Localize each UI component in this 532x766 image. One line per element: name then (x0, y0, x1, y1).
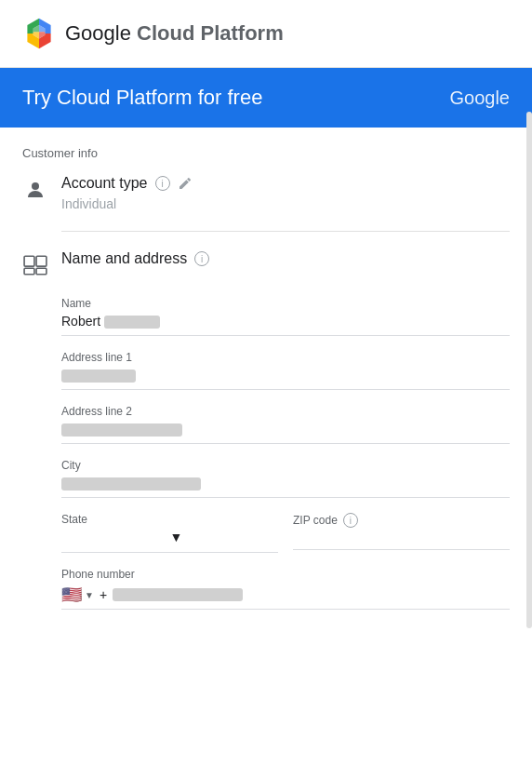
zip-field: ZIP code i (293, 513, 510, 553)
address-line2-field: Address line 2 (61, 405, 510, 444)
city-blurred (61, 477, 201, 491)
phone-label: Phone number (61, 568, 510, 581)
address-line1-field: Address line 1 (61, 351, 510, 390)
name-address-content: Name and address i (61, 250, 510, 271)
svg-rect-3 (24, 256, 34, 266)
blue-banner: Try Cloud Platform for free Google (0, 68, 532, 128)
account-type-info-icon[interactable]: i (155, 176, 170, 191)
name-address-info-icon[interactable]: i (194, 251, 209, 266)
name-blurred (104, 316, 160, 329)
state-label: State (61, 513, 278, 526)
zip-info-icon[interactable]: i (343, 513, 358, 528)
main-content: Customer info Account type i (0, 128, 532, 628)
phone-field: Phone number 🇺🇸 ▼ + (61, 568, 510, 610)
gcp-hexagon-icon (22, 17, 56, 50)
banner-title: Try Cloud Platform for free (22, 86, 262, 110)
top-header: Google Cloud Platform (0, 0, 532, 68)
address-line1-label: Address line 1 (61, 351, 510, 364)
address-line2-label: Address line 2 (61, 405, 510, 418)
svg-rect-5 (24, 268, 34, 275)
svg-point-2 (32, 182, 39, 190)
account-type-title: Account type (61, 175, 148, 192)
phone-input-row: 🇺🇸 ▼ + (61, 585, 510, 610)
name-address-title: Name and address (61, 250, 187, 267)
phone-plus: + (100, 587, 107, 602)
state-dropdown[interactable]: ▼ (61, 530, 278, 553)
gcp-logo-text: Google Cloud Platform (65, 21, 284, 46)
svg-rect-6 (36, 268, 47, 275)
section-label: Customer info (22, 146, 510, 160)
account-icon (22, 177, 48, 203)
name-label: Name (61, 297, 510, 310)
account-type-title-line: Account type i (61, 175, 510, 192)
account-type-edit-icon[interactable] (178, 176, 193, 191)
city-field: City (61, 459, 510, 498)
address-line2-value[interactable] (61, 422, 510, 444)
city-label: City (61, 459, 510, 472)
name-value[interactable]: Robert (61, 314, 510, 336)
address-line1-blurred (61, 370, 136, 383)
account-type-row: Account type i Individual (22, 175, 510, 212)
banner-brand: Google (450, 87, 511, 109)
phone-number-blurred (113, 588, 243, 601)
flag-dropdown-arrow: ▼ (85, 590, 94, 600)
scrollbar[interactable] (526, 112, 532, 628)
city-value[interactable] (61, 476, 510, 498)
address-icon (22, 252, 48, 278)
account-type-content: Account type i Individual (61, 175, 510, 212)
flag-selector[interactable]: 🇺🇸 ▼ (61, 585, 94, 605)
address-line1-value[interactable] (61, 368, 510, 390)
address-form: Name Robert Address line 1 Address line … (61, 297, 510, 610)
name-address-title-line: Name and address i (61, 250, 510, 267)
gcp-logo: Google Cloud Platform (22, 17, 284, 50)
state-field: State ▼ (61, 513, 278, 553)
zip-value[interactable] (293, 528, 510, 550)
zip-label: ZIP code (293, 514, 338, 527)
name-address-row: Name and address i (22, 250, 510, 278)
state-dropdown-arrow: ▼ (170, 530, 279, 548)
state-value (61, 530, 170, 548)
state-zip-row: State ▼ ZIP code i (61, 513, 510, 553)
address-line2-blurred (61, 423, 182, 437)
zip-label-row: ZIP code i (293, 513, 510, 528)
name-field: Name Robert (61, 297, 510, 336)
country-flag: 🇺🇸 (61, 585, 82, 605)
account-type-value: Individual (61, 196, 116, 211)
svg-rect-4 (36, 256, 47, 266)
account-type-divider (61, 231, 510, 232)
